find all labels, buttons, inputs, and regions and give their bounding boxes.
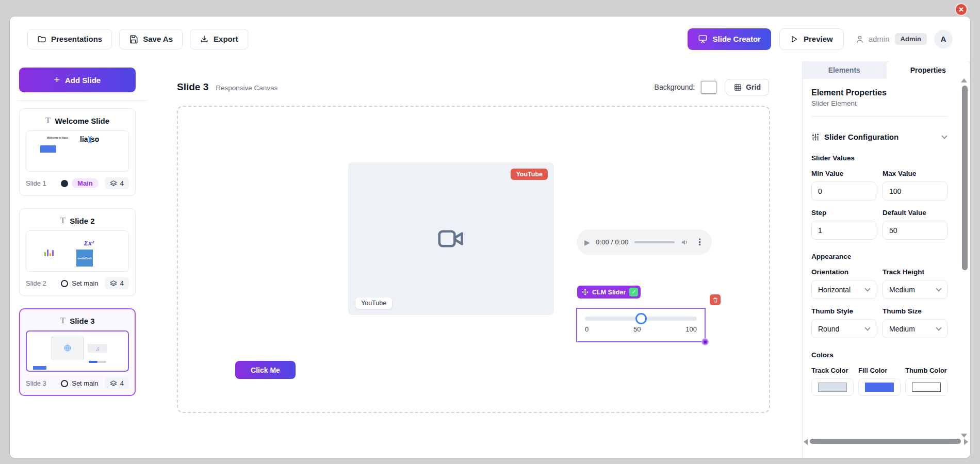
scrollbar-left-arrow[interactable] — [804, 439, 808, 445]
audio-menu-icon[interactable]: ⋮ — [695, 237, 704, 247]
check-icon: ✓ — [629, 288, 638, 296]
click-me-button-element[interactable]: Click Me — [235, 361, 296, 379]
section-title: Slider Configuration — [824, 132, 899, 141]
set-main-radio[interactable] — [61, 380, 68, 387]
step-input[interactable] — [811, 221, 876, 240]
orientation-select[interactable]: Horizontal — [811, 280, 876, 299]
default-value-input[interactable] — [883, 221, 948, 240]
set-main-radio[interactable] — [61, 280, 68, 287]
main-radio-selected[interactable] — [61, 180, 68, 187]
horizontal-scrollbar-thumb[interactable] — [810, 439, 961, 444]
slider-values-label: Slider Values — [811, 154, 948, 162]
track-color-picker[interactable] — [811, 378, 854, 396]
panel-tabs: Elements Properties — [803, 61, 970, 79]
grid-toggle-button[interactable]: Grid — [726, 79, 769, 95]
audio-volume-icon[interactable] — [680, 238, 690, 247]
presentations-label: Presentations — [51, 35, 102, 43]
background-color-picker[interactable] — [700, 80, 717, 95]
thumb-size-select[interactable]: Medium — [883, 319, 948, 338]
presentations-button[interactable]: Presentations — [27, 29, 112, 49]
preview-button[interactable]: Preview — [779, 28, 844, 50]
canvas-subtitle: Responsive Canvas — [216, 84, 277, 92]
scrollbar-up-arrow[interactable] — [961, 78, 967, 82]
thumb-color-label: Thumb Color — [905, 367, 948, 374]
audio-player-element[interactable]: ▶ 0:00 / 0:00 ⋮ — [577, 229, 712, 255]
trash-icon — [712, 297, 718, 303]
thumb-style-label: Thumb Style — [811, 307, 876, 315]
slider-configuration-section[interactable]: Slider Configuration — [811, 132, 948, 141]
slide-thumbnail-1[interactable]: Welcome to liaso lia)(so — [26, 130, 129, 172]
app-window: Presentations Save As Export Slide Creat… — [9, 16, 971, 458]
clm-slider-label: CLM Slider — [592, 289, 626, 296]
user-info: admin — [855, 35, 890, 44]
thumb-color-picker[interactable] — [905, 378, 948, 396]
layers-icon — [110, 180, 117, 187]
element-count-badge: 4 — [105, 377, 129, 389]
globe-icon — [63, 344, 72, 352]
bar-chart-icon — [44, 250, 54, 256]
panel-divider — [811, 116, 948, 117]
element-count-badge: 4 — [105, 277, 129, 289]
slide-card-title: Slide 3 — [70, 317, 94, 325]
slider-min-label: 0 — [585, 325, 589, 333]
grid-label: Grid — [746, 83, 761, 91]
orientation-label: Orientation — [811, 268, 876, 276]
slide-canvas[interactable]: YouTube YouTube ▶ 0:00 / 0:00 ⋮ — [177, 106, 770, 413]
folder-icon — [37, 35, 46, 44]
element-count: 4 — [120, 379, 124, 387]
step-label: Step — [811, 209, 876, 217]
slide-thumbnail-3[interactable]: ♫ — [26, 330, 129, 372]
vertical-scrollbar-thumb[interactable] — [962, 86, 968, 270]
horizontal-scrollbar[interactable] — [803, 438, 970, 445]
clm-slider-badge[interactable]: CLM Slider ✓ — [577, 286, 641, 299]
export-label: Export — [214, 35, 238, 43]
play-icon — [790, 35, 798, 43]
export-button[interactable]: Export — [190, 29, 248, 49]
avatar[interactable]: A — [934, 30, 953, 48]
youtube-video-element[interactable]: YouTube YouTube — [348, 162, 554, 315]
slider-thumb[interactable] — [635, 313, 647, 324]
slide-thumbnail-2[interactable]: Σx² medioΣsoft — [26, 230, 129, 272]
add-slide-button[interactable]: + Add Slide — [19, 68, 136, 92]
main-badge: Main — [72, 178, 99, 188]
slider-track[interactable] — [585, 317, 697, 321]
slide-card-2[interactable]: T Slide 2 Σx² medioΣsoft Slide 2 — [19, 208, 136, 296]
delete-element-button[interactable] — [710, 294, 721, 305]
youtube-tag: YouTube — [355, 297, 392, 309]
chevron-down-icon[interactable] — [941, 133, 947, 139]
window-close-button[interactable]: × — [955, 3, 968, 16]
role-badge: Admin — [895, 33, 927, 45]
fill-color-picker[interactable] — [858, 378, 901, 396]
text-icon: T — [45, 116, 51, 125]
appearance-label: Appearance — [811, 253, 948, 260]
min-value-label: Min Value — [811, 170, 876, 177]
layers-icon — [110, 280, 117, 287]
mediosoft-logo: medioΣsoft — [76, 250, 93, 267]
top-toolbar: Presentations Save As Export Slide Creat… — [10, 16, 970, 61]
scrollbar-down-arrow[interactable] — [961, 434, 967, 438]
slide-card-1[interactable]: T Welcome Slide Welcome to liaso lia)(so… — [19, 108, 136, 196]
slide-card-3-selected[interactable]: T Slide 3 ♫ Slide 3 Set main — [19, 308, 136, 396]
slider-element-selected[interactable]: 0 50 100 — [576, 308, 706, 342]
save-as-button[interactable]: Save As — [119, 29, 183, 49]
mini-slider-bar — [89, 361, 106, 363]
canvas-area: Slide 3 Responsive Canvas Background: Gr… — [154, 61, 802, 458]
formula-text: Σx² — [84, 239, 94, 247]
resize-handle[interactable] — [701, 338, 709, 345]
max-value-input[interactable] — [883, 181, 948, 201]
presentation-screen-icon — [698, 34, 708, 44]
text-icon: T — [60, 216, 66, 225]
scrollbar-right-arrow[interactable] — [964, 439, 968, 445]
audio-play-icon[interactable]: ▶ — [584, 238, 590, 246]
plus-icon: + — [54, 74, 60, 86]
tab-properties[interactable]: Properties — [887, 61, 970, 79]
download-icon — [200, 35, 209, 44]
audio-progress-bar[interactable] — [634, 241, 675, 243]
element-count: 4 — [120, 179, 124, 187]
properties-panel: Elements Properties Element Properties S… — [802, 61, 970, 458]
slide-creator-button[interactable]: Slide Creator — [688, 28, 771, 50]
thumb-style-select[interactable]: Round — [811, 319, 876, 338]
track-height-select[interactable]: Medium — [883, 280, 948, 299]
min-value-input[interactable] — [811, 181, 876, 201]
tab-elements[interactable]: Elements — [803, 61, 886, 79]
